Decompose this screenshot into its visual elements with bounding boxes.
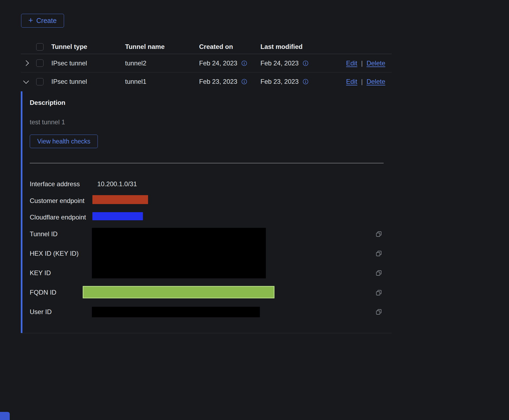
- last-modified-cell: Feb 23, 2023: [260, 78, 299, 85]
- create-button-label: Create: [36, 17, 57, 25]
- hex-id-label: HEX ID (KEY ID): [30, 249, 79, 258]
- tunnel-type-cell: IPsec tunnel: [51, 78, 125, 85]
- tunnel-name-cell: tunnel1: [125, 78, 199, 85]
- user-id-label: User ID: [30, 308, 52, 316]
- action-separator: |: [361, 78, 363, 85]
- copy-key-id-button[interactable]: [375, 269, 383, 277]
- tunnel-id-label: Tunnel ID: [30, 230, 58, 238]
- action-separator: |: [361, 59, 363, 67]
- copy-icon: [376, 270, 382, 276]
- customer-endpoint-redacted-value: [92, 195, 148, 204]
- tunnel1-details-panel: Description test tunnel 1 View health ch…: [21, 91, 392, 333]
- select-all-cell: [36, 43, 51, 51]
- expand-chevron-right-icon[interactable]: [23, 60, 29, 66]
- copy-fqdn-id-button[interactable]: [375, 289, 383, 296]
- section-divider: [30, 163, 384, 163]
- select-all-checkbox[interactable]: [36, 43, 43, 51]
- copy-tunnel-id-button[interactable]: [375, 230, 383, 238]
- copy-icon: [376, 289, 382, 296]
- tunnel-type-cell: IPsec tunnel: [51, 59, 125, 67]
- customer-endpoint-label: Customer endpoint: [30, 197, 85, 205]
- row-checkbox-tunnel1[interactable]: [36, 78, 43, 85]
- copy-hex-id-button[interactable]: [375, 250, 383, 257]
- header-tunnel-name: Tunnel name: [125, 43, 199, 51]
- delete-link-tunnel2[interactable]: Delete: [367, 59, 385, 67]
- copy-icon: [376, 250, 382, 257]
- cloudflare-endpoint-label: Cloudflare endpoint: [30, 213, 86, 221]
- last-modified-cell: Feb 24, 2023: [260, 59, 299, 67]
- tunnels-page: + Create Tunnel type Tunnel name Created…: [0, 0, 509, 420]
- header-tunnel-type: Tunnel type: [51, 43, 125, 51]
- ids-redacted-values: [92, 228, 266, 278]
- view-health-checks-label: View health checks: [37, 138, 90, 145]
- description-label: Description: [30, 99, 65, 106]
- info-icon[interactable]: [303, 60, 309, 66]
- copy-user-id-button[interactable]: [375, 308, 383, 316]
- fqdn-id-label: FQDN ID: [30, 288, 56, 296]
- tunnels-table: Tunnel type Tunnel name Created on Last …: [21, 40, 392, 91]
- table-header-row: Tunnel type Tunnel name Created on Last …: [21, 40, 392, 54]
- header-last-modified: Last modified: [260, 43, 341, 51]
- interface-address-label: Interface address: [30, 180, 80, 188]
- header-created-on: Created on: [199, 43, 260, 51]
- expanded-row-indicator-bar: [21, 91, 22, 333]
- edit-link-tunnel2[interactable]: Edit: [346, 59, 357, 67]
- delete-link-tunnel1[interactable]: Delete: [367, 78, 385, 85]
- interface-address-value: 10.200.1.0/31: [97, 180, 137, 188]
- view-health-checks-button[interactable]: View health checks: [30, 135, 98, 148]
- copy-icon: [376, 309, 382, 315]
- info-icon[interactable]: [241, 60, 247, 66]
- tunnel-name-cell: tunnel2: [125, 59, 199, 67]
- description-value: test tunnel 1: [30, 118, 65, 126]
- copy-icon: [376, 231, 382, 237]
- key-id-label: KEY ID: [30, 269, 51, 277]
- cloudflare-endpoint-redacted-value: [92, 212, 143, 220]
- created-on-cell: Feb 23, 2023: [199, 78, 237, 85]
- table-row-tunnel1: IPsec tunnel tunnel1 Feb 23, 2023 Feb 23…: [21, 72, 392, 91]
- collapse-chevron-down-icon[interactable]: [23, 78, 29, 84]
- edit-link-tunnel1[interactable]: Edit: [346, 78, 357, 85]
- plus-icon: +: [28, 16, 33, 24]
- row-checkbox-tunnel2[interactable]: [36, 59, 43, 67]
- created-on-cell: Feb 24, 2023: [199, 59, 237, 67]
- fqdn-id-redacted-value: [83, 286, 274, 298]
- bottom-left-accent: [0, 412, 10, 420]
- info-icon[interactable]: [303, 79, 309, 85]
- table-row-tunnel2: IPsec tunnel tunnel2 Feb 24, 2023 Feb 24…: [21, 54, 392, 72]
- user-id-redacted-value: [92, 307, 260, 317]
- create-button[interactable]: + Create: [21, 14, 64, 28]
- info-icon[interactable]: [241, 79, 247, 85]
